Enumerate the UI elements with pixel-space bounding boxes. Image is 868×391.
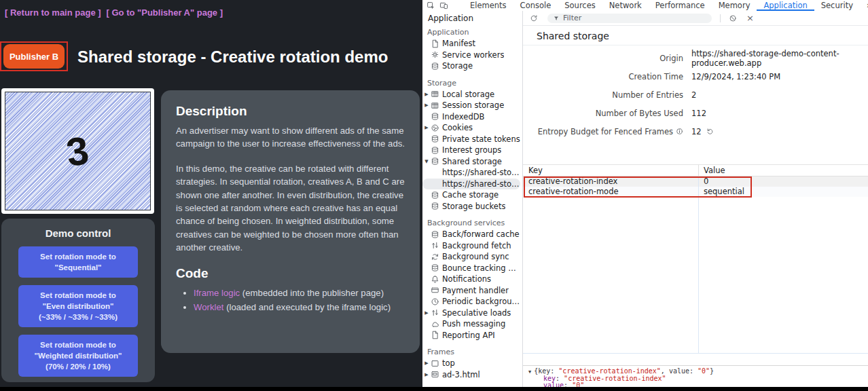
rotation-mode-button-1[interactable]: Set rotation mode to"Sequential" xyxy=(18,246,138,278)
preview-token: , value: xyxy=(661,367,698,375)
column-header-key[interactable]: Key xyxy=(523,165,698,176)
devtools-tabs: ElementsConsoleSourcesNetworkPerformance… xyxy=(463,0,868,11)
sidebar-item-label: Periodic background s… xyxy=(442,297,522,306)
sidebar-item-storage[interactable]: Storage xyxy=(422,60,522,72)
cell-key: creative-rotation-index xyxy=(523,176,698,187)
devtools-main-panel: Filter × Shared storage Originhttps://sh… xyxy=(523,11,868,387)
tab-application[interactable]: Application xyxy=(757,0,814,11)
key-value-grid: Key Value creative-rotation-index0creati… xyxy=(523,164,868,354)
sidebar-item-session-storage[interactable]: ▶Session storage xyxy=(422,100,522,111)
card-icon xyxy=(431,286,442,295)
rotation-mode-button-3[interactable]: Set rotation mode to"Weighted distributi… xyxy=(18,335,138,377)
sidebar-item-private-state-tokens[interactable]: Private state tokens xyxy=(422,134,522,145)
database-icon xyxy=(431,62,442,71)
sidebar-item-label: Back/forward cache xyxy=(442,229,520,239)
sidebar-item-background-fetch[interactable]: Background fetch xyxy=(422,240,522,252)
database-icon xyxy=(431,230,442,239)
sidebar-item-ad-3-html[interactable]: ▶ad-3.html xyxy=(422,369,522,381)
tab-performance[interactable]: Performance xyxy=(649,0,712,11)
chevron-right-icon[interactable]: ▶ xyxy=(422,125,431,130)
sidebar-item-interest-groups[interactable]: Interest groups xyxy=(422,145,522,156)
code-title: Code xyxy=(176,266,405,281)
sidebar-item-shared-storage[interactable]: ▼Shared storage xyxy=(422,156,522,168)
info-icon[interactable] xyxy=(676,128,683,135)
database-icon xyxy=(431,157,442,166)
nav-link-go-to-publisher-a-page[interactable]: [ Go to "Publisher A" page ] xyxy=(107,7,223,18)
sidebar-section-application: Application xyxy=(422,27,522,38)
sidebar-item-bounce-tracking-mitiga[interactable]: Bounce tracking mitiga… xyxy=(422,263,522,274)
filter-input[interactable]: Filter xyxy=(547,14,712,23)
chevron-right-icon[interactable]: ▶ xyxy=(422,103,431,108)
sidebar-item-label: Service workers xyxy=(442,50,504,60)
sidebar-item-service-workers[interactable]: Service workers xyxy=(422,50,522,61)
sidebar-item-storage-buckets[interactable]: Storage buckets xyxy=(422,201,522,212)
cell-value: sequential xyxy=(698,187,868,197)
sidebar-item-reporting-api[interactable]: Reporting API xyxy=(422,330,522,341)
preview-entry-name: key xyxy=(543,375,556,382)
demo-buttons: Set rotation mode to"Sequential"Set rota… xyxy=(1,246,155,377)
chevron-right-icon[interactable]: ▶ xyxy=(422,92,431,97)
preview-entry-name: value xyxy=(543,381,564,387)
expand-triangle-icon[interactable]: ▼ xyxy=(528,369,531,375)
chevron-right-icon[interactable]: ▶ xyxy=(422,360,431,366)
sidebar-item-indexeddb[interactable]: IndexedDB xyxy=(422,111,522,123)
tab-sources[interactable]: Sources xyxy=(558,0,602,11)
sidebar-item-https-shared-storage-d[interactable]: https://shared-storage-d… xyxy=(422,167,522,179)
sidebar-item-https-shared-storage-d[interactable]: https://shared-storage-d… xyxy=(422,179,520,190)
tab-network[interactable]: Network xyxy=(602,0,649,11)
rotation-mode-button-2[interactable]: Set rotation mode to"Even distribution"(… xyxy=(18,285,138,327)
nav-link-return-to-main-page[interactable]: [ Return to main page ] xyxy=(5,7,101,18)
sidebar-item-push-messaging[interactable]: Push messaging xyxy=(422,318,522,330)
delete-icon[interactable]: × xyxy=(746,13,754,24)
tab-console[interactable]: Console xyxy=(513,0,558,11)
table-icon xyxy=(431,90,442,98)
description-paragraph: In this demo, the creative can be rotate… xyxy=(176,162,405,255)
sidebar-item-cookies[interactable]: ▶Cookies xyxy=(422,122,522,134)
ad-creative-frame: 3 xyxy=(1,88,154,214)
iframe-logic-link[interactable]: Iframe logic xyxy=(194,288,240,298)
sidebar-item-cache-storage[interactable]: Cache storage xyxy=(422,189,522,201)
sidebar-item-top[interactable]: ▶top xyxy=(422,358,522,369)
chevron-right-icon[interactable]: ▶ xyxy=(422,372,431,377)
sidebar-item-notifications[interactable]: Notifications xyxy=(422,274,522,285)
preview-token: {key: xyxy=(534,367,558,375)
column-header-value[interactable]: Value xyxy=(698,165,868,176)
sidebar-item-label: Manifest xyxy=(442,39,475,48)
inspect-icon[interactable] xyxy=(427,1,435,10)
tab-security[interactable]: Security xyxy=(814,0,860,11)
code-list: Iframe logic (embedded into the publishe… xyxy=(176,286,405,315)
devtools-tabbar: ElementsConsoleSourcesNetworkPerformance… xyxy=(422,0,868,11)
page-title: Shared storage - Creative rotation demo xyxy=(77,48,388,67)
publisher-badge[interactable]: Publisher B xyxy=(3,44,65,69)
sidebar-item-payment-handler[interactable]: Payment handler xyxy=(422,285,522,297)
meta-label-text: Creation Time xyxy=(629,72,683,81)
chevron-down-icon[interactable]: ▼ xyxy=(422,159,431,164)
device-toolbar-icon[interactable] xyxy=(439,1,448,10)
database-icon xyxy=(431,263,442,272)
sidebar-item-manifest[interactable]: Manifest xyxy=(422,38,522,50)
reset-budget-icon[interactable] xyxy=(706,128,714,135)
document-icon xyxy=(431,331,442,339)
chevron-right-icon[interactable]: ▶ xyxy=(422,310,431,316)
tab-elements[interactable]: Elements xyxy=(463,0,513,11)
sidebar-item-local-storage[interactable]: ▶Local storage xyxy=(422,89,522,100)
sidebar-item-label: IndexedDB xyxy=(442,112,484,122)
preview-entries: key: "creative-rotation-index"value: "0" xyxy=(528,375,868,388)
meta-value-number-of-entries: 2 xyxy=(691,86,868,104)
ad-frame-icon xyxy=(431,370,442,379)
cloud-icon xyxy=(431,320,442,329)
sidebar-item-periodic-background-s[interactable]: Periodic background s… xyxy=(422,296,522,308)
tab-more[interactable]: » xyxy=(860,0,868,11)
tab-memory[interactable]: Memory xyxy=(712,0,757,11)
sidebar-item-speculative-loads[interactable]: ▶Speculative loads xyxy=(422,308,522,319)
clear-all-icon[interactable] xyxy=(729,14,737,22)
worklet-link[interactable]: Worklet xyxy=(194,302,223,312)
filter-placeholder: Filter xyxy=(563,14,581,22)
meta-label-number-of-entries: Number of Entries xyxy=(523,86,683,104)
sidebar-item-back-forward-cache[interactable]: Back/forward cache xyxy=(422,229,522,240)
table-row[interactable]: creative-rotation-index0 xyxy=(523,176,868,187)
sidebar-item-background-sync[interactable]: Background sync xyxy=(422,251,522,263)
table-row[interactable]: creative-rotation-modesequential xyxy=(523,187,868,197)
refresh-icon[interactable] xyxy=(530,14,538,22)
sidebar-item-label: Storage buckets xyxy=(442,202,505,211)
